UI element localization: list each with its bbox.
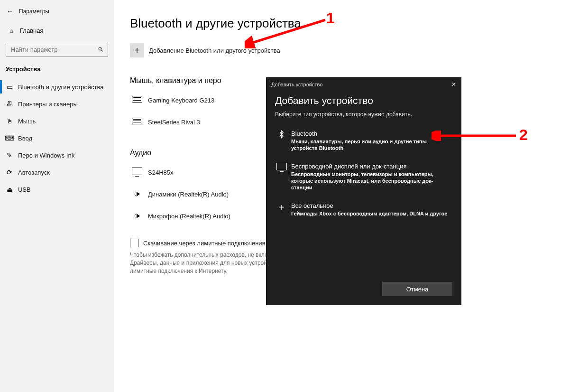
window-title: Параметры xyxy=(19,8,49,15)
search-box[interactable]: 🔍︎ xyxy=(6,42,108,57)
sidebar-item-autoplay[interactable]: ⟳ Автозапуск xyxy=(0,164,114,181)
home-link[interactable]: ⌂ Главная xyxy=(0,22,114,39)
add-device-button[interactable]: + Добавление Bluetooth или другого устро… xyxy=(130,43,574,57)
monitor-icon xyxy=(130,168,144,177)
dialog-titlebar-text: Добавить устройство xyxy=(271,82,322,87)
sidebar-item-typing[interactable]: ⌨ Ввод xyxy=(0,130,114,147)
sidebar-item-label: Перо и Windows Ink xyxy=(18,152,74,159)
sidebar-item-usb[interactable]: ⏏ USB xyxy=(0,181,114,198)
dialog-subtitle: Выберите тип устройства, которое нужно д… xyxy=(275,111,452,118)
search-icon: 🔍︎ xyxy=(98,46,104,53)
header-row: ← Параметры xyxy=(0,5,114,18)
option-title: Все остальное xyxy=(291,202,447,209)
home-icon: ⌂ xyxy=(6,27,17,34)
dialog-option-wireless-display[interactable]: Беспроводной дисплей или док-станция Бес… xyxy=(275,159,452,195)
plus-icon: + xyxy=(130,43,144,57)
bluetooth-icon xyxy=(275,130,288,140)
keyboard-icon xyxy=(130,96,144,104)
option-desc: Беспроводные мониторы, телевизоры и комп… xyxy=(291,171,452,191)
back-button[interactable]: ← xyxy=(6,8,14,15)
dialog-heading: Добавить устройство xyxy=(275,95,452,106)
metered-label: Скачивание через лимитные подключения xyxy=(143,240,266,247)
device-name: Микрофон (Realtek(R) Audio) xyxy=(148,213,230,220)
pen-icon: ✎ xyxy=(4,151,15,159)
sidebar-item-label: Мышь xyxy=(18,118,36,125)
usb-icon: ⏏ xyxy=(4,186,15,193)
sidebar-category: Устройства xyxy=(0,65,114,73)
sidebar-item-label: Bluetooth и другие устройства xyxy=(18,84,103,91)
device-name: Динамики (Realtek(R) Audio) xyxy=(148,191,229,198)
add-device-label: Добавление Bluetooth или другого устройс… xyxy=(149,47,280,54)
mouse-icon: 🖱 xyxy=(4,117,15,125)
annotation-number-1: 1 xyxy=(326,9,335,27)
dialog-titlebar: Добавить устройство ✕ xyxy=(266,78,461,91)
device-name: S24H85x xyxy=(148,169,173,176)
device-name: SteelSeries Rival 3 xyxy=(148,119,200,126)
add-device-dialog: Добавить устройство ✕ Добавить устройств… xyxy=(266,78,461,305)
plus-icon: + xyxy=(275,202,288,213)
autoplay-icon: ⟳ xyxy=(4,168,15,176)
sidebar-item-label: Принтеры и сканеры xyxy=(18,101,78,108)
sidebar-item-mouse[interactable]: 🖱 Мышь xyxy=(0,112,114,130)
annotation-number-2: 2 xyxy=(519,126,528,144)
metered-checkbox[interactable] xyxy=(130,239,138,247)
sidebar-item-bluetooth[interactable]: ▭ Bluetooth и другие устройства xyxy=(0,78,114,95)
speaker-icon: 🕩 xyxy=(130,212,144,220)
sidebar-item-label: Автозапуск xyxy=(18,169,50,176)
cancel-button[interactable]: Отмена xyxy=(382,282,452,296)
rect-icon: ▭ xyxy=(4,83,15,91)
page-heading: Bluetooth и другие устройства xyxy=(130,16,574,31)
sidebar: ← Параметры ⌂ Главная 🔍︎ Устройства ▭ Bl… xyxy=(0,0,114,392)
sidebar-list: ▭ Bluetooth и другие устройства 🖶 Принте… xyxy=(0,78,114,198)
keyboard-icon xyxy=(130,118,144,126)
option-title: Беспроводной дисплей или док-станция xyxy=(291,163,452,170)
sidebar-item-label: Ввод xyxy=(18,135,32,142)
close-icon[interactable]: ✕ xyxy=(451,81,456,88)
home-label: Главная xyxy=(20,27,43,34)
option-desc: Мыши, клавиатуры, перья или аудио и друг… xyxy=(291,138,452,151)
sidebar-item-printers[interactable]: 🖶 Принтеры и сканеры xyxy=(0,95,114,112)
option-title: Bluetooth xyxy=(291,130,452,137)
search-input[interactable] xyxy=(10,46,98,54)
sidebar-item-pen[interactable]: ✎ Перо и Windows Ink xyxy=(0,147,114,164)
option-desc: Геймпады Xbox с беспроводным адаптером, … xyxy=(291,210,447,217)
device-name: Gaming Keyboard G213 xyxy=(148,97,214,104)
display-icon xyxy=(275,163,288,172)
sidebar-item-label: USB xyxy=(18,186,31,193)
dialog-option-bluetooth[interactable]: Bluetooth Мыши, клавиатуры, перья или ау… xyxy=(275,126,452,155)
keyboard-icon: ⌨ xyxy=(4,134,15,142)
dialog-option-other[interactable]: + Все остальное Геймпады Xbox с беспрово… xyxy=(275,198,452,221)
speaker-icon: 🕩 xyxy=(130,190,144,198)
printer-icon: 🖶 xyxy=(4,100,15,108)
